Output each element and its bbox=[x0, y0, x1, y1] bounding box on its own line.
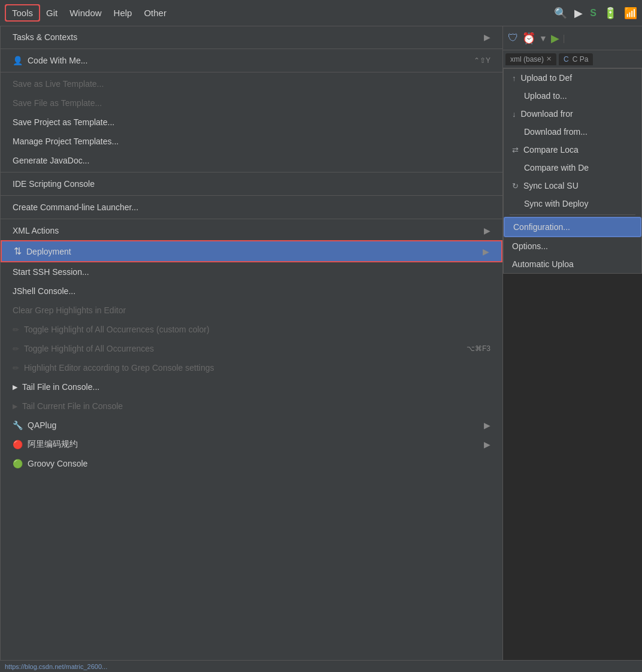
code-with-me-label: Code With Me... bbox=[28, 56, 87, 65]
toggle-all-custom-icon: ✏ bbox=[13, 325, 19, 334]
save-live-template-label: Save as Live Template... bbox=[13, 79, 104, 89]
xml-actions-arrow: ▶ bbox=[484, 226, 490, 235]
submenu-compare-local[interactable]: ⇄ Compare Loca bbox=[504, 141, 641, 159]
xml-actions-label: XML Actions bbox=[13, 226, 59, 235]
tasks-contexts-arrow: ▶ bbox=[484, 32, 490, 42]
menu-item-highlight-editor: ✏ Highlight Editor according to Grep Con… bbox=[1, 358, 502, 377]
tab-close[interactable]: ✕ bbox=[546, 55, 552, 63]
options-label: Options... bbox=[512, 241, 548, 251]
menubar-right-icons: 🔍 ▶ S 🔋 📶 bbox=[554, 7, 637, 20]
toolbar-spacer: | bbox=[563, 34, 565, 43]
menu-item-start-ssh[interactable]: Start SSH Session... bbox=[1, 262, 502, 281]
menu-item-code-with-me[interactable]: 👤 Code With Me... ⌃⇧Y bbox=[1, 51, 502, 70]
submenu-sync-local[interactable]: ↻ Sync Local SU bbox=[504, 177, 641, 195]
status-bar: https://blog.csdn.net/matric_2600... bbox=[0, 660, 642, 672]
submenu-compare-with-de[interactable]: Compare with De bbox=[504, 159, 641, 177]
menu-git[interactable]: Git bbox=[40, 5, 63, 20]
submenu-auto-upload[interactable]: Automatic Uploa bbox=[504, 255, 641, 273]
submenu-download-from-icon[interactable]: ↓ Download fror bbox=[504, 105, 641, 123]
menu-item-tail-file[interactable]: ▶ Tail File in Console... bbox=[1, 377, 502, 396]
menu-item-save-project-template[interactable]: Save Project as Template... bbox=[1, 113, 502, 132]
submenu-sync-with-deploy[interactable]: Sync with Deploy bbox=[504, 195, 641, 213]
toolbar-dropdown[interactable]: ▼ bbox=[539, 34, 547, 43]
separator-5 bbox=[1, 219, 502, 219]
submenu-upload-to-def[interactable]: ↑ Upload to Def bbox=[504, 69, 641, 87]
qaplug-arrow: ▶ bbox=[484, 420, 490, 430]
menu-item-save-live-template: Save as Live Template... bbox=[1, 74, 502, 93]
deployment-submenu: ↑ Upload to Def Upload to... ↓ Download … bbox=[503, 68, 642, 274]
toggle-all-custom-label: Toggle Highlight of All Occurrences (cus… bbox=[24, 325, 210, 334]
tail-current-icon: ▶ bbox=[13, 402, 17, 410]
menu-item-qaplug[interactable]: 🔧 QAPlug ▶ bbox=[1, 416, 502, 435]
toolbar-icon-2[interactable]: ⏰ bbox=[522, 32, 535, 45]
menu-item-jshell[interactable]: JShell Console... bbox=[1, 281, 502, 301]
deployment-arrow: ▶ bbox=[483, 247, 489, 256]
menu-help[interactable]: Help bbox=[108, 5, 138, 20]
menu-item-manage-templates[interactable]: Manage Project Templates... bbox=[1, 132, 502, 151]
compare-local-label: Compare Loca bbox=[523, 145, 579, 155]
tail-file-icon: ▶ bbox=[13, 383, 17, 391]
tools-menu: Tasks & Contexts ▶ 👤 Code With Me... ⌃⇧Y… bbox=[0, 26, 503, 672]
separator-4 bbox=[1, 195, 502, 196]
menu-item-xml-actions[interactable]: XML Actions ▶ bbox=[1, 221, 502, 240]
menu-other[interactable]: Other bbox=[138, 5, 172, 20]
status-url: https://blog.csdn.net/matric_2600... bbox=[5, 663, 107, 670]
menu-item-tasks-contexts[interactable]: Tasks & Contexts ▶ bbox=[1, 28, 502, 47]
upload-to-def-label: Upload to Def bbox=[521, 73, 573, 83]
manage-templates-label: Manage Project Templates... bbox=[13, 137, 119, 146]
toggle-all-icon: ✏ bbox=[13, 344, 19, 353]
qaplug-icon: 🔧 bbox=[13, 420, 23, 430]
search-icon[interactable]: 🔍 bbox=[554, 7, 567, 20]
toolbar-icon-1[interactable]: 🛡 bbox=[508, 32, 519, 44]
alibaba-label: 阿里编码规约 bbox=[28, 439, 78, 450]
groovy-icon: 🟢 bbox=[13, 459, 23, 468]
menu-item-generate-javadoc[interactable]: Generate JavaDoc... bbox=[1, 151, 502, 170]
submenu-upload-to[interactable]: Upload to... bbox=[504, 87, 641, 105]
qaplug-label: QAPlug bbox=[28, 420, 56, 430]
menu-item-groovy[interactable]: 🟢 Groovy Console bbox=[1, 454, 502, 473]
upload-to-def-icon: ↑ bbox=[512, 74, 516, 83]
tail-file-label: Tail File in Console... bbox=[22, 382, 99, 392]
menu-item-deployment[interactable]: ⇅ Deployment ▶ bbox=[1, 240, 502, 262]
toolbar-run[interactable]: ▶ bbox=[551, 32, 559, 45]
tab-xml[interactable]: xml (base) ✕ bbox=[505, 53, 556, 65]
alibaba-icon: 🔴 bbox=[13, 440, 23, 449]
save-file-template-label: Save File as Template... bbox=[13, 98, 102, 108]
compare-with-de-label: Compare with De bbox=[524, 163, 589, 172]
menu-tools[interactable]: Tools bbox=[5, 4, 40, 22]
separator-1 bbox=[1, 49, 502, 49]
menu-window[interactable]: Window bbox=[63, 5, 107, 20]
tab-pa-icon: C bbox=[564, 55, 569, 63]
sync-with-deploy-label: Sync with Deploy bbox=[524, 199, 588, 208]
sync-local-label: Sync Local SU bbox=[523, 181, 579, 190]
generate-javadoc-label: Generate JavaDoc... bbox=[13, 156, 89, 165]
toggle-all-shortcut: ⌥⌘F3 bbox=[467, 344, 490, 353]
clear-grep-label: Clear Grep Highlights in Editor bbox=[13, 305, 126, 315]
alibaba-arrow: ▶ bbox=[484, 440, 490, 449]
menu-item-alibaba[interactable]: 🔴 阿里编码规约 ▶ bbox=[1, 435, 502, 454]
groovy-label: Groovy Console bbox=[28, 459, 87, 468]
highlight-editor-label: Highlight Editor according to Grep Conso… bbox=[24, 363, 214, 373]
submenu-download-from-sub[interactable]: Download from... bbox=[504, 123, 641, 141]
content-area: 🛡 ⏰ ▼ ▶ | xml (base) ✕ C C Pa Tasks & Co… bbox=[0, 26, 642, 672]
tab-pa[interactable]: C C Pa bbox=[559, 53, 593, 65]
separator-2 bbox=[1, 72, 502, 72]
menubar: Tools Git Window Help Other 🔍 ▶ S 🔋 📶 bbox=[0, 0, 642, 26]
save-project-template-label: Save Project as Template... bbox=[13, 117, 114, 127]
create-launcher-label: Create Command-line Launcher... bbox=[13, 202, 138, 212]
download-from-sub-label: Download from... bbox=[524, 127, 588, 137]
play-icon[interactable]: ▶ bbox=[574, 7, 583, 20]
ide-scripting-label: IDE Scripting Console bbox=[13, 179, 95, 189]
highlight-editor-icon: ✏ bbox=[13, 364, 19, 373]
sync-local-icon: ↻ bbox=[512, 181, 519, 190]
s-icon[interactable]: S bbox=[590, 8, 596, 19]
compare-local-icon: ⇄ bbox=[512, 146, 519, 155]
submenu-configuration[interactable]: Configuration... bbox=[504, 217, 641, 237]
menu-item-toggle-all-custom: ✏ Toggle Highlight of All Occurrences (c… bbox=[1, 320, 502, 339]
menu-item-clear-grep: Clear Grep Highlights in Editor bbox=[1, 301, 502, 320]
submenu-options[interactable]: Options... bbox=[504, 237, 641, 255]
menu-item-create-launcher[interactable]: Create Command-line Launcher... bbox=[1, 198, 502, 217]
menu-item-ide-scripting[interactable]: IDE Scripting Console bbox=[1, 174, 502, 193]
deployment-label: Deployment bbox=[26, 247, 71, 256]
separator-3 bbox=[1, 172, 502, 172]
